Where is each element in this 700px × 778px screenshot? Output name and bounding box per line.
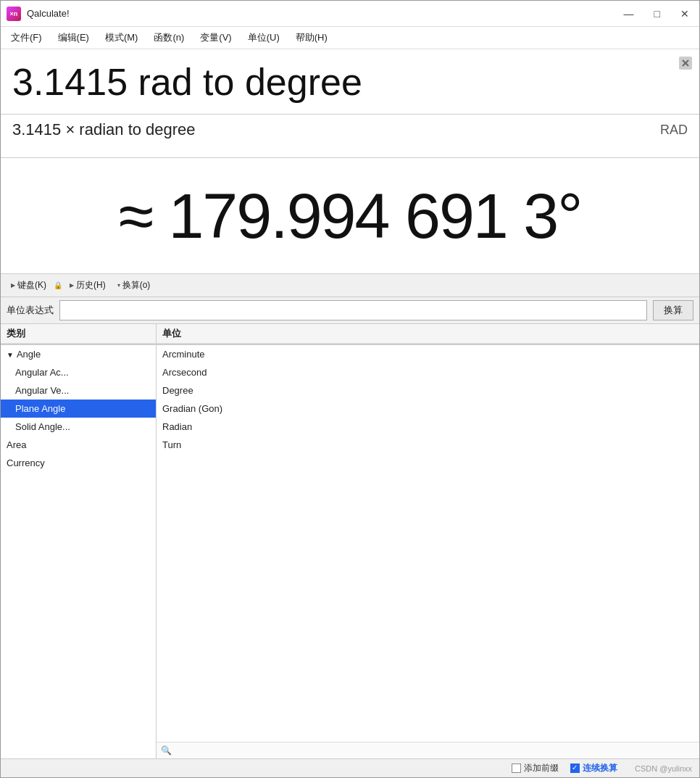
toolbar-row: ▶ 键盘(K) 🔒 ▶ 历史(H) ▾ 换算(o) — [1, 274, 699, 297]
lock-icon: 🔒 — [54, 281, 62, 289]
keyboard-triangle-icon: ▶ — [11, 282, 15, 289]
unit-header: 单位 — [157, 324, 699, 344]
convert-label: 换算(o) — [122, 279, 151, 291]
menu-edit[interactable]: 编辑(E) — [51, 28, 96, 47]
input-display[interactable]: 3.1415 rad to degree — [12, 60, 688, 104]
unit-search-icon: 🔍 — [161, 745, 172, 756]
titlebar: ×n Qalculate! — □ ✕ — [1, 1, 699, 27]
titlebar-controls: — □ ✕ — [620, 7, 693, 20]
category-item-area[interactable]: Area — [1, 436, 156, 454]
unit-expr-input[interactable] — [59, 300, 647, 320]
unit-item-arcsecond[interactable]: Arcsecond — [157, 363, 699, 381]
footer-row: 添加前缀 连续换算 CSDN @yulinxx — [1, 758, 699, 777]
app-title: Qalculate! — [27, 8, 70, 19]
category-item-currency[interactable]: Currency — [1, 454, 156, 472]
continuous-convert-item: 连续换算 — [570, 762, 617, 774]
unit-convert-button[interactable]: 换算 — [653, 300, 693, 320]
list-headers: 类别 单位 — [1, 324, 699, 344]
unit-item-turn[interactable]: Turn — [157, 436, 699, 454]
list-area: ▼Angle Angular Ac... Angular Ve... Plane… — [1, 344, 699, 758]
app-icon: ×n — [7, 7, 21, 21]
continuous-convert-checkbox[interactable] — [570, 763, 580, 773]
titlebar-left: ×n Qalculate! — [7, 7, 70, 21]
keyboard-button[interactable]: ▶ 键盘(K) — [7, 277, 51, 294]
unit-item-arcminute[interactable]: Arcminute — [157, 345, 699, 363]
unit-item-degree[interactable]: Degree — [157, 381, 699, 400]
big-result-area: ≈ 179.994 691 3° — [1, 158, 699, 274]
continuous-convert-label: 连续换算 — [583, 762, 617, 774]
convert-toolbar-button[interactable]: ▾ 换算(o) — [113, 277, 155, 294]
input-clear-button[interactable] — [679, 57, 692, 73]
add-prefix-checkbox[interactable] — [512, 763, 521, 773]
unit-item-gradian[interactable]: Gradian (Gon) — [157, 400, 699, 418]
result-expression: 3.1415 × radian to degree RAD — [12, 120, 688, 139]
add-prefix-item: 添加前缀 — [512, 762, 559, 774]
unit-col-spacer — [157, 454, 699, 742]
unit-search-row: 🔍 — [157, 742, 699, 758]
unit-item-radian[interactable]: Radian — [157, 418, 699, 436]
result-area: 3.1415 × radian to degree RAD — [1, 115, 699, 158]
menu-help[interactable]: 帮助(H) — [288, 28, 335, 47]
result-expression-text: 3.1415 × radian to degree — [12, 120, 196, 139]
unit-expr-label: 单位表达式 — [7, 304, 54, 317]
unit-column: Arcminute Arcsecond Degree Gradian (Gon)… — [157, 345, 699, 758]
category-item-plane-angle[interactable]: Plane Angle — [1, 400, 156, 418]
add-prefix-label: 添加前缀 — [524, 762, 559, 774]
maximize-button[interactable]: □ — [650, 7, 664, 20]
menu-file[interactable]: 文件(F) — [4, 28, 49, 47]
bottom-panel: ▶ 键盘(K) 🔒 ▶ 历史(H) ▾ 换算(o) 单位表达式 换算 类别 单位… — [1, 274, 699, 777]
history-triangle-icon: ▶ — [70, 282, 74, 289]
menu-mode[interactable]: 模式(M) — [98, 28, 146, 47]
unit-expr-row: 单位表达式 换算 — [1, 297, 699, 324]
angle-triangle-icon: ▼ — [7, 351, 14, 359]
unit-search-input[interactable] — [175, 745, 695, 756]
menu-units[interactable]: 单位(U) — [241, 28, 287, 47]
history-button[interactable]: ▶ 历史(H) — [65, 277, 110, 294]
keyboard-label: 键盘(K) — [17, 279, 46, 291]
result-mode-badge: RAD — [660, 123, 688, 138]
input-area: 3.1415 rad to degree — [1, 49, 699, 115]
category-item-angle[interactable]: ▼Angle — [1, 345, 156, 363]
category-item-angular-ac[interactable]: Angular Ac... — [1, 363, 156, 381]
category-item-angular-ve[interactable]: Angular Ve... — [1, 381, 156, 400]
menu-functions[interactable]: 函数(n) — [146, 28, 191, 47]
close-button[interactable]: ✕ — [676, 7, 693, 20]
big-result-value: ≈ 179.994 691 3° — [119, 179, 582, 253]
menubar: 文件(F) 编辑(E) 模式(M) 函数(n) 变量(V) 单位(U) 帮助(H… — [1, 27, 699, 49]
category-item-solid-angle[interactable]: Solid Angle... — [1, 418, 156, 436]
minimize-button[interactable]: — — [620, 7, 638, 20]
category-header: 类别 — [1, 324, 157, 344]
category-column: ▼Angle Angular Ac... Angular Ve... Plane… — [1, 345, 157, 758]
history-label: 历史(H) — [76, 279, 106, 291]
watermark-text: CSDN @yulinxx — [635, 764, 692, 773]
convert-triangle-icon: ▾ — [117, 282, 120, 289]
menu-variables[interactable]: 变量(V) — [193, 28, 238, 47]
